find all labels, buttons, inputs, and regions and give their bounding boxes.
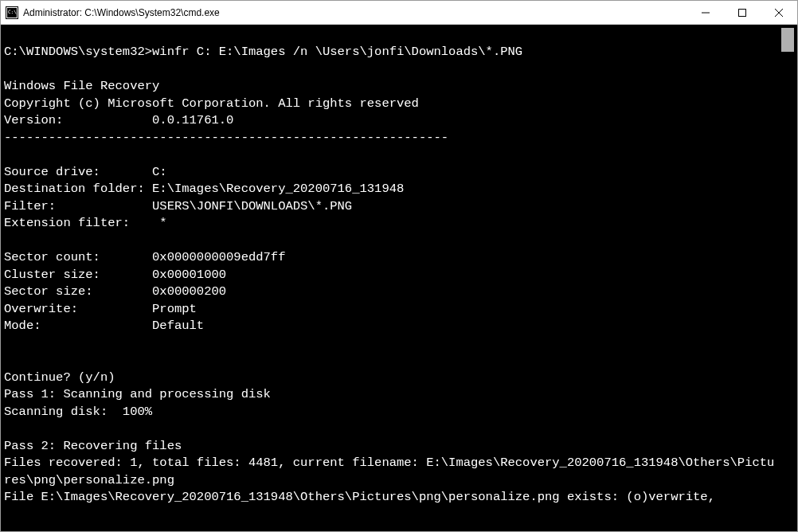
terminal-output[interactable]: C:\WINDOWS\system32>winfr C: E:\Images /… xyxy=(4,28,781,528)
window-title: Administrator: C:\Windows\System32\cmd.e… xyxy=(23,7,687,18)
titlebar[interactable]: C:\ Administrator: C:\Windows\System32\c… xyxy=(1,1,797,25)
svg-rect-5 xyxy=(739,9,746,16)
close-button[interactable] xyxy=(761,1,797,24)
terminal-area: C:\WINDOWS\system32>winfr C: E:\Images /… xyxy=(1,25,797,531)
svg-text:C:\: C:\ xyxy=(8,9,17,14)
output-line: Source drive: C: xyxy=(4,165,167,179)
output-line: Pass 1: Scanning and processing disk xyxy=(4,387,271,401)
output-line: Version: 0.0.11761.0 xyxy=(4,113,233,127)
output-line: Sector size: 0x00000200 xyxy=(4,284,226,299)
prompt: C:\WINDOWS\system32> xyxy=(4,45,152,59)
output-line: Mode: Default xyxy=(4,319,204,333)
command: winfr C: E:\Images /n \Users\jonfi\Downl… xyxy=(152,45,522,59)
output-line: Sector count: 0x0000000009edd7ff xyxy=(4,250,285,264)
maximize-button[interactable] xyxy=(724,1,761,24)
output-line: Scanning disk: 100% xyxy=(4,405,152,419)
output-line: Extension filter: * xyxy=(4,216,167,230)
output-line: Pass 2: Recovering files xyxy=(4,439,182,453)
output-line: Windows File Recovery xyxy=(4,79,159,93)
window-controls xyxy=(687,1,797,24)
output-line: Files recovered: 1, total files: 4481, c… xyxy=(4,456,774,487)
minimize-button[interactable] xyxy=(687,1,724,24)
scrollbar-track[interactable] xyxy=(781,28,794,528)
output-line: File E:\Images\Recovery_20200716_131948\… xyxy=(4,490,715,504)
output-line: Overwrite: Prompt xyxy=(4,302,197,316)
output-line: Cluster size: 0x00001000 xyxy=(4,268,226,282)
output-line: Copyright (c) Microsoft Corporation. All… xyxy=(4,96,419,111)
separator-line: ----------------------------------------… xyxy=(4,131,448,145)
output-line: Filter: USERS\JONFI\DOWNLOADS\*.PNG xyxy=(4,199,352,213)
cmd-window: C:\ Administrator: C:\Windows\System32\c… xyxy=(0,0,798,532)
scrollbar-thumb[interactable] xyxy=(781,28,794,52)
continue-prompt: Continue? (y/n) xyxy=(4,370,115,385)
cmd-icon: C:\ xyxy=(6,6,18,19)
output-line: Destination folder: E:\Images\Recovery_2… xyxy=(4,182,404,196)
